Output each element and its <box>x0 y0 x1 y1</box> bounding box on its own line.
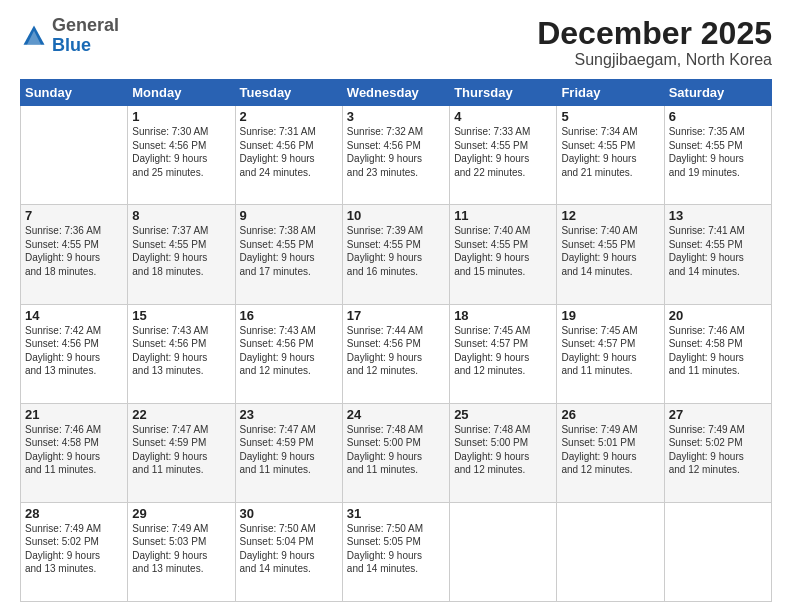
day-info: Sunrise: 7:36 AM Sunset: 4:55 PM Dayligh… <box>25 224 123 278</box>
logo-icon <box>20 22 48 50</box>
day-number: 12 <box>561 208 659 223</box>
day-cell: 11Sunrise: 7:40 AM Sunset: 4:55 PM Dayli… <box>450 205 557 304</box>
weekday-header-row: SundayMondayTuesdayWednesdayThursdayFrid… <box>21 80 772 106</box>
day-info: Sunrise: 7:42 AM Sunset: 4:56 PM Dayligh… <box>25 324 123 378</box>
day-info: Sunrise: 7:32 AM Sunset: 4:56 PM Dayligh… <box>347 125 445 179</box>
day-number: 3 <box>347 109 445 124</box>
day-cell: 12Sunrise: 7:40 AM Sunset: 4:55 PM Dayli… <box>557 205 664 304</box>
day-number: 1 <box>132 109 230 124</box>
day-cell: 24Sunrise: 7:48 AM Sunset: 5:00 PM Dayli… <box>342 403 449 502</box>
day-number: 5 <box>561 109 659 124</box>
day-cell: 14Sunrise: 7:42 AM Sunset: 4:56 PM Dayli… <box>21 304 128 403</box>
day-info: Sunrise: 7:48 AM Sunset: 5:00 PM Dayligh… <box>454 423 552 477</box>
day-info: Sunrise: 7:43 AM Sunset: 4:56 PM Dayligh… <box>240 324 338 378</box>
day-number: 7 <box>25 208 123 223</box>
weekday-header-sunday: Sunday <box>21 80 128 106</box>
logo-general: General <box>52 15 119 35</box>
day-number: 4 <box>454 109 552 124</box>
day-cell: 19Sunrise: 7:45 AM Sunset: 4:57 PM Dayli… <box>557 304 664 403</box>
day-info: Sunrise: 7:39 AM Sunset: 4:55 PM Dayligh… <box>347 224 445 278</box>
day-number: 29 <box>132 506 230 521</box>
day-cell: 1Sunrise: 7:30 AM Sunset: 4:56 PM Daylig… <box>128 106 235 205</box>
day-number: 10 <box>347 208 445 223</box>
day-number: 30 <box>240 506 338 521</box>
day-info: Sunrise: 7:30 AM Sunset: 4:56 PM Dayligh… <box>132 125 230 179</box>
day-number: 6 <box>669 109 767 124</box>
day-info: Sunrise: 7:47 AM Sunset: 4:59 PM Dayligh… <box>240 423 338 477</box>
day-cell: 10Sunrise: 7:39 AM Sunset: 4:55 PM Dayli… <box>342 205 449 304</box>
day-cell: 7Sunrise: 7:36 AM Sunset: 4:55 PM Daylig… <box>21 205 128 304</box>
day-number: 16 <box>240 308 338 323</box>
day-number: 20 <box>669 308 767 323</box>
day-number: 11 <box>454 208 552 223</box>
day-info: Sunrise: 7:49 AM Sunset: 5:03 PM Dayligh… <box>132 522 230 576</box>
day-info: Sunrise: 7:38 AM Sunset: 4:55 PM Dayligh… <box>240 224 338 278</box>
week-row-3: 14Sunrise: 7:42 AM Sunset: 4:56 PM Dayli… <box>21 304 772 403</box>
day-number: 19 <box>561 308 659 323</box>
day-number: 22 <box>132 407 230 422</box>
day-info: Sunrise: 7:35 AM Sunset: 4:55 PM Dayligh… <box>669 125 767 179</box>
day-info: Sunrise: 7:41 AM Sunset: 4:55 PM Dayligh… <box>669 224 767 278</box>
day-number: 8 <box>132 208 230 223</box>
day-number: 23 <box>240 407 338 422</box>
day-cell <box>557 502 664 601</box>
logo-text: General Blue <box>52 16 119 56</box>
header: General Blue December 2025 Sungjibaegam,… <box>20 16 772 69</box>
weekday-header-thursday: Thursday <box>450 80 557 106</box>
location: Sungjibaegam, North Korea <box>537 51 772 69</box>
day-info: Sunrise: 7:49 AM Sunset: 5:01 PM Dayligh… <box>561 423 659 477</box>
day-cell <box>450 502 557 601</box>
day-cell: 20Sunrise: 7:46 AM Sunset: 4:58 PM Dayli… <box>664 304 771 403</box>
day-cell: 29Sunrise: 7:49 AM Sunset: 5:03 PM Dayli… <box>128 502 235 601</box>
logo-blue: Blue <box>52 35 91 55</box>
title-block: December 2025 Sungjibaegam, North Korea <box>537 16 772 69</box>
day-number: 9 <box>240 208 338 223</box>
day-info: Sunrise: 7:43 AM Sunset: 4:56 PM Dayligh… <box>132 324 230 378</box>
weekday-header-friday: Friday <box>557 80 664 106</box>
weekday-header-tuesday: Tuesday <box>235 80 342 106</box>
day-number: 21 <box>25 407 123 422</box>
day-cell <box>664 502 771 601</box>
day-cell: 4Sunrise: 7:33 AM Sunset: 4:55 PM Daylig… <box>450 106 557 205</box>
day-cell: 8Sunrise: 7:37 AM Sunset: 4:55 PM Daylig… <box>128 205 235 304</box>
day-number: 18 <box>454 308 552 323</box>
day-info: Sunrise: 7:40 AM Sunset: 4:55 PM Dayligh… <box>454 224 552 278</box>
day-number: 14 <box>25 308 123 323</box>
day-cell: 23Sunrise: 7:47 AM Sunset: 4:59 PM Dayli… <box>235 403 342 502</box>
weekday-header-saturday: Saturday <box>664 80 771 106</box>
day-cell: 26Sunrise: 7:49 AM Sunset: 5:01 PM Dayli… <box>557 403 664 502</box>
day-cell: 13Sunrise: 7:41 AM Sunset: 4:55 PM Dayli… <box>664 205 771 304</box>
day-number: 13 <box>669 208 767 223</box>
week-row-1: 1Sunrise: 7:30 AM Sunset: 4:56 PM Daylig… <box>21 106 772 205</box>
day-number: 26 <box>561 407 659 422</box>
day-cell: 9Sunrise: 7:38 AM Sunset: 4:55 PM Daylig… <box>235 205 342 304</box>
day-cell: 30Sunrise: 7:50 AM Sunset: 5:04 PM Dayli… <box>235 502 342 601</box>
day-number: 31 <box>347 506 445 521</box>
day-info: Sunrise: 7:48 AM Sunset: 5:00 PM Dayligh… <box>347 423 445 477</box>
day-info: Sunrise: 7:33 AM Sunset: 4:55 PM Dayligh… <box>454 125 552 179</box>
day-number: 27 <box>669 407 767 422</box>
day-info: Sunrise: 7:45 AM Sunset: 4:57 PM Dayligh… <box>561 324 659 378</box>
day-number: 24 <box>347 407 445 422</box>
weekday-header-monday: Monday <box>128 80 235 106</box>
day-cell: 27Sunrise: 7:49 AM Sunset: 5:02 PM Dayli… <box>664 403 771 502</box>
day-cell: 5Sunrise: 7:34 AM Sunset: 4:55 PM Daylig… <box>557 106 664 205</box>
day-info: Sunrise: 7:49 AM Sunset: 5:02 PM Dayligh… <box>669 423 767 477</box>
day-info: Sunrise: 7:37 AM Sunset: 4:55 PM Dayligh… <box>132 224 230 278</box>
day-info: Sunrise: 7:40 AM Sunset: 4:55 PM Dayligh… <box>561 224 659 278</box>
day-cell: 15Sunrise: 7:43 AM Sunset: 4:56 PM Dayli… <box>128 304 235 403</box>
day-cell <box>21 106 128 205</box>
day-number: 2 <box>240 109 338 124</box>
week-row-4: 21Sunrise: 7:46 AM Sunset: 4:58 PM Dayli… <box>21 403 772 502</box>
day-cell: 2Sunrise: 7:31 AM Sunset: 4:56 PM Daylig… <box>235 106 342 205</box>
day-number: 25 <box>454 407 552 422</box>
day-cell: 22Sunrise: 7:47 AM Sunset: 4:59 PM Dayli… <box>128 403 235 502</box>
day-cell: 28Sunrise: 7:49 AM Sunset: 5:02 PM Dayli… <box>21 502 128 601</box>
day-number: 28 <box>25 506 123 521</box>
day-cell: 21Sunrise: 7:46 AM Sunset: 4:58 PM Dayli… <box>21 403 128 502</box>
day-info: Sunrise: 7:47 AM Sunset: 4:59 PM Dayligh… <box>132 423 230 477</box>
logo: General Blue <box>20 16 119 56</box>
page: General Blue December 2025 Sungjibaegam,… <box>0 0 792 612</box>
day-info: Sunrise: 7:31 AM Sunset: 4:56 PM Dayligh… <box>240 125 338 179</box>
day-info: Sunrise: 7:49 AM Sunset: 5:02 PM Dayligh… <box>25 522 123 576</box>
